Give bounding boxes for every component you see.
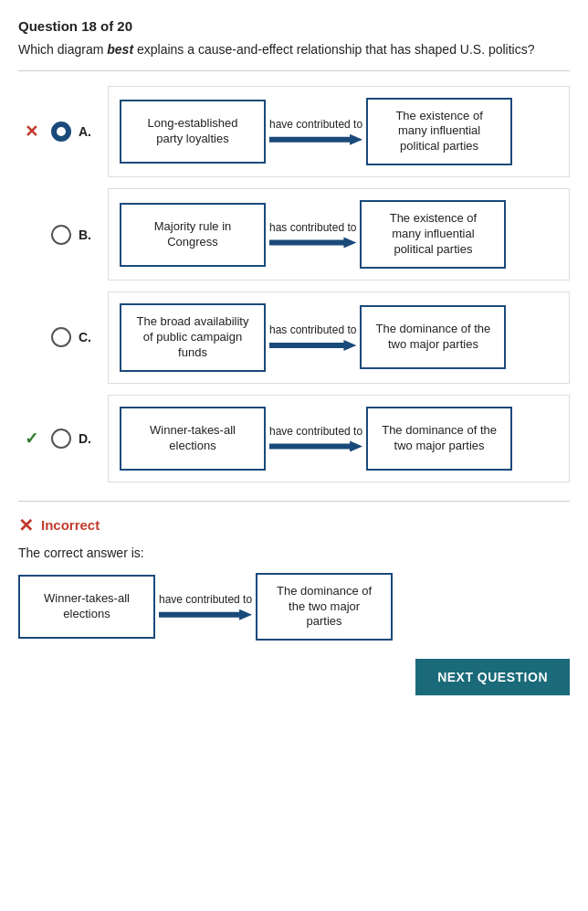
bottom-divider [18,501,570,502]
correct-effect-box: The dominance of the two major parties [256,573,393,641]
diagram-c: The broad availability of public campaig… [120,303,558,372]
feedback-row: ✕ Incorrect [18,514,570,536]
option-row-d[interactable]: ✓ D. Winner-takes-all elections have con… [18,395,570,482]
diagram-d: Winner-takes-all elections have contribu… [120,407,558,471]
arrow-label-c: has contributed to [269,323,356,338]
option-wrapper-d: Winner-takes-all elections have contribu… [108,395,570,482]
option-wrapper-a: Long-established party loyalties have co… [108,86,570,178]
next-btn-row: NEXT QUESTION [18,659,570,695]
options-list: ✕ A. Long-established party loyalties ha… [18,86,570,482]
question-text-before: Which diagram [18,42,107,57]
next-question-button[interactable]: NEXT QUESTION [415,659,570,695]
best-word: best [107,42,133,57]
arrow-line-a [269,134,362,145]
option-label-c: C. [79,330,100,344]
arrow-body-a [269,134,362,145]
option-wrapper-c: The broad availability of public campaig… [108,291,570,384]
option-wrapper-b: Majority rule in Congress has contribute… [108,188,570,281]
effect-box-a: The existence of many influential politi… [366,98,512,166]
radio-b[interactable] [51,225,71,245]
option-row-a[interactable]: ✕ A. Long-established party loyalties ha… [18,86,570,178]
arrow-c: has contributed to [269,323,356,351]
effect-box-c: The dominance of the two major parties [360,305,506,369]
cause-box-c: The broad availability of public campaig… [120,303,266,372]
arrow-line-d [269,440,362,451]
cause-box-a: Long-established party loyalties [120,100,266,164]
diagram-a: Long-established party loyalties have co… [120,98,558,166]
correct-arrow: have contributed to [159,593,252,620]
correct-answer-diagram: Winner-takes-all elections have contribu… [18,573,570,641]
option-row-c[interactable]: C. The broad availability of public camp… [18,291,570,384]
question-header: Question 18 of 20 [18,18,570,34]
arrow-line-c [269,340,356,351]
diagram-b: Majority rule in Congress has contribute… [120,200,558,269]
arrow-label-b: has contributed to [269,221,356,236]
cause-box-d: Winner-takes-all elections [120,407,266,471]
feedback-x-icon: ✕ [18,514,34,536]
option-label-b: B. [79,228,100,242]
incorrect-label: Incorrect [41,517,100,533]
correct-cause-box: Winner-takes-all elections [18,575,155,639]
effect-box-b: The existence of many influential politi… [360,200,506,269]
radio-d[interactable] [51,429,71,449]
option-label-d: D. [79,431,100,446]
correct-answer-text: The correct answer is: [18,546,570,560]
correct-arrow-label: have contributed to [159,593,252,608]
top-divider [18,70,570,71]
arrow-a: have contributed to [269,118,362,145]
arrow-body-b [269,237,356,248]
correct-icon-d: ✓ [18,429,44,449]
arrow-line-b [269,237,356,248]
arrow-d: have contributed to [269,425,362,452]
arrow-body-c [269,340,356,351]
radio-a[interactable] [51,122,71,142]
arrow-b: has contributed to [269,221,356,249]
arrow-label-a: have contributed to [269,118,362,132]
effect-box-d: The dominance of the two major parties [366,407,512,471]
correct-arrow-body [159,609,252,620]
wrong-icon-a: ✕ [18,122,44,142]
radio-c[interactable] [51,327,71,347]
option-row-b[interactable]: B. Majority rule in Congress has contrib… [18,188,570,281]
correct-arrow-line [159,609,252,620]
question-text: Which diagram best explains a cause-and-… [18,41,570,59]
option-label-a: A. [79,124,100,139]
question-text-after: explains a cause-and-effect relationship… [133,42,534,57]
arrow-body-d [269,440,362,451]
cause-box-b: Majority rule in Congress [120,203,266,267]
arrow-label-d: have contributed to [269,425,362,440]
